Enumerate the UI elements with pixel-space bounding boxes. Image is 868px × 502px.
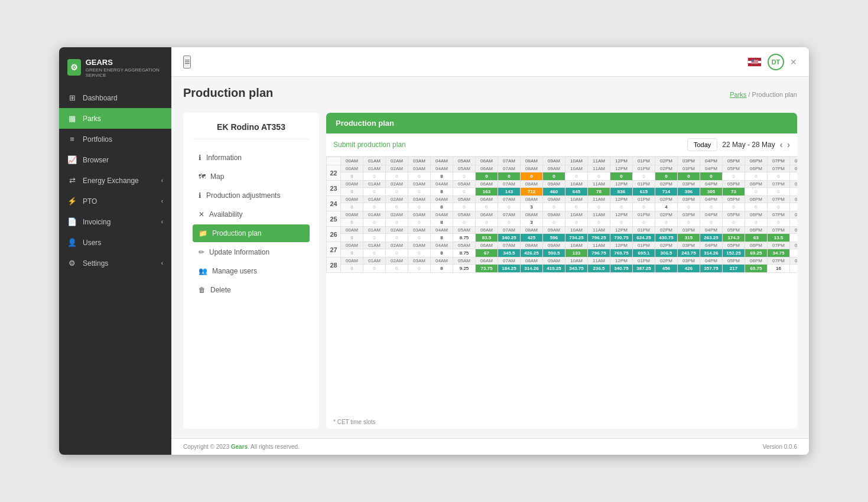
- value-cell[interactable]: 13.5: [768, 234, 790, 242]
- hour-label-cell[interactable]: 12PM: [610, 242, 633, 249]
- menu-item-information[interactable]: ℹ Information: [193, 149, 310, 167]
- value-cell[interactable]: 0: [768, 188, 790, 196]
- value-cell[interactable]: 645: [565, 188, 588, 196]
- hour-label-cell[interactable]: 11AM: [588, 211, 610, 219]
- value-cell[interactable]: 0: [341, 172, 363, 181]
- value-cell[interactable]: 152.25: [723, 249, 745, 257]
- hour-label-cell[interactable]: 12PM: [610, 181, 633, 188]
- hour-label-cell[interactable]: 04AM: [431, 196, 453, 203]
- hour-label-cell[interactable]: 07AM: [498, 227, 521, 234]
- value-cell[interactable]: 314.26: [521, 265, 543, 273]
- value-cell[interactable]: 0: [363, 172, 386, 181]
- hour-label-cell[interactable]: 06PM: [745, 227, 768, 234]
- value-cell[interactable]: 174.3: [723, 234, 745, 242]
- value-cell[interactable]: 0: [790, 219, 798, 227]
- value-cell[interactable]: 0: [408, 172, 431, 181]
- value-cell[interactable]: 0: [453, 203, 476, 211]
- hour-label-cell[interactable]: 07AM: [498, 211, 521, 219]
- hour-label-cell[interactable]: 01PM: [633, 211, 655, 219]
- value-cell[interactable]: 615: [633, 188, 655, 196]
- hour-label-cell[interactable]: 08AM: [521, 211, 543, 219]
- hour-label-cell[interactable]: 04AM: [431, 227, 453, 234]
- value-cell[interactable]: 0: [655, 219, 678, 227]
- value-cell[interactable]: 0: [678, 219, 700, 227]
- value-cell[interactable]: 133: [565, 249, 588, 257]
- value-cell[interactable]: 0: [543, 203, 565, 211]
- value-cell[interactable]: 0: [790, 249, 798, 257]
- hour-label-cell[interactable]: 00AM: [341, 227, 363, 234]
- value-cell[interactable]: 314.26: [700, 249, 723, 257]
- hour-label-cell[interactable]: 10AM: [565, 196, 588, 203]
- hour-label-cell[interactable]: 01AM: [363, 196, 386, 203]
- hour-label-cell[interactable]: 02AM: [386, 196, 408, 203]
- value-cell[interactable]: 0: [723, 172, 745, 181]
- hour-label-cell[interactable]: 07PM: [768, 181, 790, 188]
- hour-label-cell[interactable]: 06AM: [476, 165, 498, 172]
- value-cell[interactable]: 0: [633, 219, 655, 227]
- hour-label-cell[interactable]: 02AM: [386, 227, 408, 234]
- value-cell[interactable]: 0: [386, 219, 408, 227]
- hour-label-cell[interactable]: 09AM: [543, 165, 565, 172]
- value-cell[interactable]: 73: [723, 188, 745, 196]
- hour-label-cell[interactable]: 02PM: [655, 257, 678, 265]
- hour-label-cell[interactable]: 05AM: [453, 165, 476, 172]
- value-cell[interactable]: 0: [768, 172, 790, 181]
- hour-label-cell[interactable]: 05AM: [453, 196, 476, 203]
- hour-label-cell[interactable]: 05AM: [453, 211, 476, 219]
- hour-label-cell[interactable]: 11AM: [588, 165, 610, 172]
- sidebar-item-invoicing[interactable]: 📄 Invoicing ‹: [59, 211, 171, 232]
- value-cell[interactable]: 0: [565, 203, 588, 211]
- hour-label-cell[interactable]: 09AM: [543, 227, 565, 234]
- hour-label-cell[interactable]: 08PM: [790, 211, 798, 219]
- close-button[interactable]: ✕: [790, 57, 797, 67]
- hour-label-cell[interactable]: 08PM: [790, 257, 798, 265]
- hour-label-cell[interactable]: 01PM: [633, 165, 655, 172]
- hour-label-cell[interactable]: 02AM: [386, 211, 408, 219]
- value-cell[interactable]: 836: [610, 188, 633, 196]
- menu-item-availability[interactable]: ✕ Availability: [193, 206, 310, 223]
- value-cell[interactable]: 0: [386, 203, 408, 211]
- hour-label-cell[interactable]: 05PM: [723, 257, 745, 265]
- hour-label-cell[interactable]: 03AM: [408, 165, 431, 172]
- value-cell[interactable]: 460: [543, 188, 565, 196]
- hour-label-cell[interactable]: 09AM: [543, 211, 565, 219]
- sidebar-item-pto[interactable]: ⚡ PTO ‹: [59, 191, 171, 211]
- value-cell[interactable]: 0: [498, 172, 521, 181]
- value-cell[interactable]: 9.25: [453, 265, 476, 273]
- hour-label-cell[interactable]: 04PM: [700, 211, 723, 219]
- sidebar-item-energy-exchange[interactable]: ⇄ Energy Exchange ‹: [59, 170, 171, 191]
- hour-label-cell[interactable]: 11AM: [588, 181, 610, 188]
- hour-label-cell[interactable]: 04PM: [700, 242, 723, 249]
- value-cell[interactable]: 263.25: [700, 234, 723, 242]
- value-cell[interactable]: 0: [363, 265, 386, 273]
- hour-label-cell[interactable]: 11AM: [588, 257, 610, 265]
- value-cell[interactable]: 3: [521, 219, 543, 227]
- hour-label-cell[interactable]: 08PM: [790, 227, 798, 234]
- value-cell[interactable]: 0: [341, 188, 363, 196]
- hour-label-cell[interactable]: 01AM: [363, 181, 386, 188]
- sidebar-item-settings[interactable]: ⚙ Settings ‹: [59, 253, 171, 273]
- value-cell[interactable]: 0: [386, 265, 408, 273]
- hour-label-cell[interactable]: 01PM: [633, 196, 655, 203]
- hour-label-cell[interactable]: 04AM: [431, 181, 453, 188]
- value-cell[interactable]: 73.75: [476, 265, 498, 273]
- value-cell[interactable]: 243.75: [678, 249, 700, 257]
- value-cell[interactable]: 357.75: [700, 265, 723, 273]
- hour-label-cell[interactable]: 12PM: [610, 196, 633, 203]
- hour-label-cell[interactable]: 07PM: [768, 211, 790, 219]
- value-cell[interactable]: 0: [768, 203, 790, 211]
- value-cell[interactable]: 8.75: [453, 249, 476, 257]
- hour-label-cell[interactable]: 12PM: [610, 227, 633, 234]
- hour-label-cell[interactable]: 04PM: [700, 181, 723, 188]
- value-cell[interactable]: 430.75: [655, 234, 678, 242]
- value-cell[interactable]: 8: [431, 234, 453, 242]
- value-cell[interactable]: 236.5: [588, 265, 610, 273]
- hour-label-cell[interactable]: 07AM: [498, 165, 521, 172]
- value-cell[interactable]: 305: [700, 188, 723, 196]
- hour-label-cell[interactable]: 04AM: [431, 165, 453, 172]
- hour-label-cell[interactable]: 03AM: [408, 196, 431, 203]
- hour-label-cell[interactable]: 04PM: [700, 165, 723, 172]
- value-cell[interactable]: 0: [790, 265, 798, 273]
- value-cell[interactable]: 695.1: [633, 249, 655, 257]
- hour-label-cell[interactable]: 01AM: [363, 165, 386, 172]
